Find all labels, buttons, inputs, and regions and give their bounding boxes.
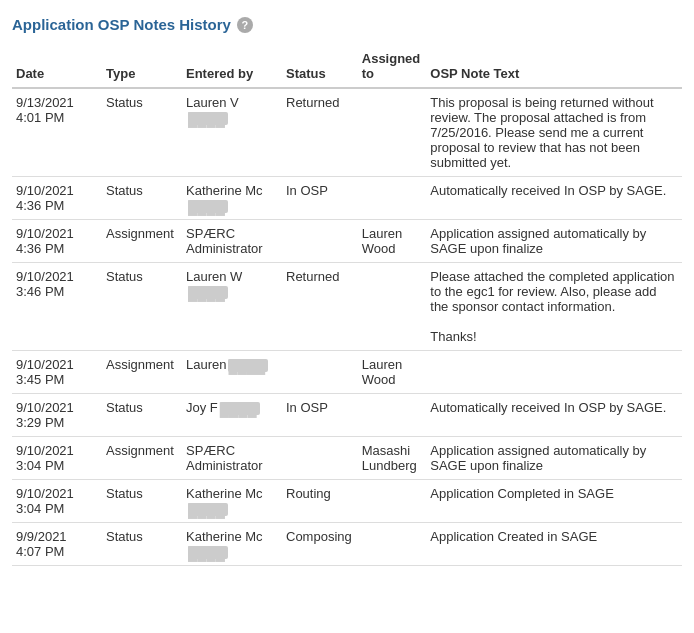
cell-type: Status <box>102 88 182 177</box>
cell-date: 9/10/20214:36 PM <box>12 220 102 263</box>
help-icon[interactable]: ? <box>237 17 253 33</box>
col-header-date: Date <box>12 45 102 88</box>
col-header-note: OSP Note Text <box>426 45 682 88</box>
table-row: 9/10/20213:45 PMAssignmentLauren████Laur… <box>12 351 682 394</box>
cell-date: 9/10/20214:36 PM <box>12 177 102 220</box>
cell-status: Returned <box>282 263 358 351</box>
cell-type: Assignment <box>102 220 182 263</box>
entered-by-name: Katherine Mc <box>186 486 263 501</box>
entered-by-name: Katherine Mc <box>186 183 263 198</box>
cell-entered-by: Joy F████ <box>182 394 282 437</box>
cell-entered-by: Katherine Mc████ <box>182 523 282 566</box>
cell-entered-by: Lauren V████ <box>182 88 282 177</box>
cell-date: 9/10/20213:29 PM <box>12 394 102 437</box>
table-row: 9/13/20214:01 PMStatusLauren V████Return… <box>12 88 682 177</box>
cell-note: Application assigned automatically by SA… <box>426 437 682 480</box>
cell-note: Application Completed in SAGE <box>426 480 682 523</box>
cell-type: Assignment <box>102 351 182 394</box>
cell-note: Application Created in SAGE <box>426 523 682 566</box>
cell-date: 9/10/20213:46 PM <box>12 263 102 351</box>
table-header-row: Date Type Entered by Status Assignedto O… <box>12 45 682 88</box>
cell-assigned-to: LaurenWood <box>358 220 427 263</box>
table-row: 9/10/20214:36 PMAssignmentSPÆRC Administ… <box>12 220 682 263</box>
cell-assigned-to <box>358 263 427 351</box>
cell-entered-by: Katherine Mc████ <box>182 177 282 220</box>
entered-by-name: Katherine Mc <box>186 529 263 544</box>
cell-date: 9/9/20214:07 PM <box>12 523 102 566</box>
table-row: 9/10/20213:46 PMStatusLauren W████Return… <box>12 263 682 351</box>
redacted-bar: ████ <box>188 503 228 516</box>
entered-by-name: Joy F <box>186 400 218 415</box>
col-header-entered: Entered by <box>182 45 282 88</box>
cell-date: 9/10/20213:04 PM <box>12 437 102 480</box>
cell-note: Please attached the completed applicatio… <box>426 263 682 351</box>
col-header-type: Type <box>102 45 182 88</box>
cell-assigned-to: LaurenWood <box>358 351 427 394</box>
cell-entered-by: SPÆRC Administrator <box>182 437 282 480</box>
cell-status: Returned <box>282 88 358 177</box>
cell-note <box>426 351 682 394</box>
table-row: 9/10/20213:04 PMStatusKatherine Mc████Ro… <box>12 480 682 523</box>
cell-assigned-to: MasashiLundberg <box>358 437 427 480</box>
redacted-bar: ████ <box>188 546 228 559</box>
redacted-bar: ████ <box>188 112 228 125</box>
cell-status <box>282 220 358 263</box>
table-row: 9/10/20213:29 PMStatusJoy F████In OSPAut… <box>12 394 682 437</box>
cell-type: Status <box>102 480 182 523</box>
cell-note: Application assigned automatically by SA… <box>426 220 682 263</box>
entered-by-name: Lauren <box>186 357 226 372</box>
cell-assigned-to <box>358 394 427 437</box>
redacted-bar: ████ <box>188 200 228 213</box>
redacted-bar: ████ <box>220 402 260 415</box>
cell-assigned-to <box>358 88 427 177</box>
page-title-text: Application OSP Notes History <box>12 16 231 33</box>
cell-note: Automatically received In OSP by SAGE. <box>426 394 682 437</box>
redacted-bar: ████ <box>228 359 268 372</box>
cell-type: Status <box>102 523 182 566</box>
col-header-assigned: Assignedto <box>358 45 427 88</box>
col-header-status: Status <box>282 45 358 88</box>
cell-status: In OSP <box>282 177 358 220</box>
cell-assigned-to <box>358 480 427 523</box>
cell-note: This proposal is being returned without … <box>426 88 682 177</box>
cell-status <box>282 351 358 394</box>
cell-entered-by: Lauren████ <box>182 351 282 394</box>
cell-entered-by: SPÆRC Administrator <box>182 220 282 263</box>
main-container: Application OSP Notes History ? Date Typ… <box>0 0 694 582</box>
notes-history-table: Date Type Entered by Status Assignedto O… <box>12 45 682 566</box>
table-row: 9/9/20214:07 PMStatusKatherine Mc████Com… <box>12 523 682 566</box>
cell-date: 9/10/20213:45 PM <box>12 351 102 394</box>
cell-entered-by: Lauren W████ <box>182 263 282 351</box>
cell-note: Automatically received In OSP by SAGE. <box>426 177 682 220</box>
cell-status: Composing <box>282 523 358 566</box>
redacted-bar: ████ <box>188 286 228 299</box>
entered-by-name: Lauren W <box>186 269 242 284</box>
entered-by-name: Lauren V <box>186 95 239 110</box>
cell-type: Assignment <box>102 437 182 480</box>
cell-type: Status <box>102 263 182 351</box>
cell-assigned-to <box>358 177 427 220</box>
page-title: Application OSP Notes History ? <box>12 16 682 33</box>
cell-date: 9/13/20214:01 PM <box>12 88 102 177</box>
cell-status <box>282 437 358 480</box>
cell-status: In OSP <box>282 394 358 437</box>
cell-entered-by: Katherine Mc████ <box>182 480 282 523</box>
cell-type: Status <box>102 177 182 220</box>
table-row: 9/10/20214:36 PMStatusKatherine Mc████In… <box>12 177 682 220</box>
cell-status: Routing <box>282 480 358 523</box>
table-row: 9/10/20213:04 PMAssignmentSPÆRC Administ… <box>12 437 682 480</box>
cell-date: 9/10/20213:04 PM <box>12 480 102 523</box>
cell-assigned-to <box>358 523 427 566</box>
cell-type: Status <box>102 394 182 437</box>
